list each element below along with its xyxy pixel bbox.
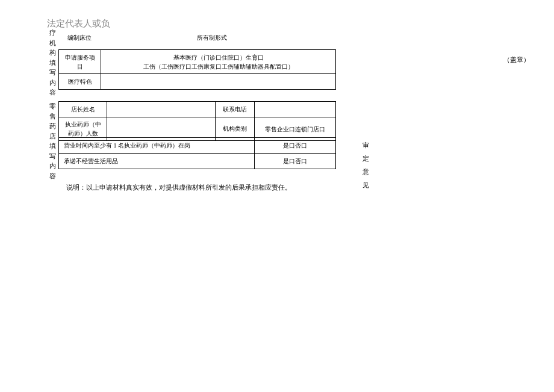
cell-bed-label: 编制床位 [58,30,101,46]
cell-manager-name-label: 店长姓名 [59,102,107,117]
cell-medical-feature-label: 医疗特色 [59,74,101,90]
cell-ownership-value [254,30,335,46]
cell-service-item-label: 申请服务项目 [59,50,101,74]
table-top-row: 编制床位 所有制形式 [58,30,335,46]
vlabel-review-opinion: 审定意见 [361,138,370,191]
table-medical: 申请服务项目 基本医疗（门诊口住院口）生育口 工伤（工伤医疗口工伤康复口工伤辅助… [58,49,336,90]
service-line1: 基本医疗（门诊口住院口）生育口 [173,54,264,61]
vlabel-retail-pharmacy: 零售药店填写内容 [48,101,57,181]
stamp-label: （盖章） [503,55,530,64]
vlabel-medical-institution: 疗机构填写内容 [48,28,57,98]
cell-hours-pharmacist-value: 是口否口 [255,138,336,154]
cell-manager-name-value [107,102,216,117]
cell-ownership-label: 所有制形式 [170,30,254,46]
cell-no-daily-goods-label: 承诺不经营生活用品 [59,154,255,169]
cell-hours-pharmacist-label: 营业时间内至少有 1 名执业药师（中药师）在岗 [59,138,255,154]
table-pharmacy: 店长姓名 联系电话 执业药师（中药师）人数 机构类别 零售企业口连锁门店口 [58,101,336,141]
cell-phone-value [255,102,336,117]
cell-medical-feature-value [101,74,336,90]
cell-phone-label: 联系电话 [216,102,255,117]
cell-service-item-value: 基本医疗（门诊口住院口）生育口 工伤（工伤医疗口工伤康复口工伤辅助辅助器具配置口… [101,50,336,74]
cell-bed-value [101,30,170,46]
service-line2: 工伤（工伤医疗口工伤康复口工伤辅助辅助器具配置口） [143,63,294,70]
table-pharmacy-extra: 营业时间内至少有 1 名执业药师（中药师）在岗 是口否口 承诺不经营生活用品 是… [58,137,336,169]
cell-no-daily-goods-value: 是口否口 [255,154,336,169]
explanation-text: 说明：以上申请材料真实有效，对提供虚假材料所引发的后果承担相应责任。 [66,183,291,192]
